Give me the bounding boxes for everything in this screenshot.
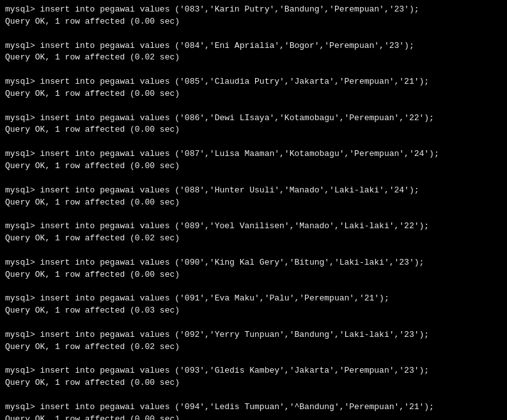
terminal-line: mysql> insert into pegawai values ('087'…	[5, 148, 502, 160]
terminal-line: mysql> insert into pegawai values ('086'…	[5, 113, 502, 125]
terminal-line: Query OK, 1 row affected (0.02 sec)	[5, 52, 502, 64]
terminal-line	[5, 100, 502, 113]
terminal-line: Query OK, 1 row affected (0.00 sec)	[5, 16, 502, 28]
terminal-line	[5, 389, 502, 401]
terminal-line: mysql> insert into pegawai values ('093'…	[5, 365, 502, 377]
terminal-line: Query OK, 1 row affected (0.00 sec)	[5, 269, 502, 281]
terminal-line: mysql> insert into pegawai values ('092'…	[5, 329, 502, 341]
terminal-line: Query OK, 1 row affected (0.00 sec)	[5, 414, 502, 420]
terminal-line: Query OK, 1 row affected (0.00 sec)	[5, 88, 502, 100]
terminal-line: mysql> insert into pegawai values ('084'…	[5, 40, 502, 52]
terminal-line: Query OK, 1 row affected (0.02 sec)	[5, 341, 502, 354]
terminal-line	[5, 353, 502, 365]
terminal-line	[5, 136, 502, 148]
terminal-line: mysql> insert into pegawai values ('090'…	[5, 257, 502, 269]
terminal-line: Query OK, 1 row affected (0.00 sec)	[5, 377, 502, 389]
terminal-line: mysql> insert into pegawai values ('091'…	[5, 293, 502, 305]
terminal-line: Query OK, 1 row affected (0.02 sec)	[5, 233, 502, 245]
terminal-line: mysql> insert into pegawai values ('085'…	[5, 76, 502, 88]
terminal-line	[5, 317, 502, 329]
terminal-line	[5, 173, 502, 185]
terminal-line: mysql> insert into pegawai values ('083'…	[5, 4, 502, 16]
terminal-line: Query OK, 1 row affected (0.00 sec)	[5, 160, 502, 173]
terminal-line	[5, 281, 502, 293]
terminal-window: mysql> insert into pegawai values ('083'…	[0, 0, 507, 420]
terminal-line: Query OK, 1 row affected (0.00 sec)	[5, 124, 502, 136]
terminal-line	[5, 64, 502, 76]
terminal-line: Query OK, 1 row affected (0.00 sec)	[5, 197, 502, 209]
terminal-line	[5, 208, 502, 221]
terminal-line: Query OK, 1 row affected (0.03 sec)	[5, 305, 502, 317]
terminal-line: mysql> insert into pegawai values ('089'…	[5, 221, 502, 233]
terminal-line	[5, 28, 502, 40]
terminal-line	[5, 245, 502, 257]
terminal-line: mysql> insert into pegawai values ('094'…	[5, 401, 502, 414]
terminal-line: mysql> insert into pegawai values ('088'…	[5, 185, 502, 197]
